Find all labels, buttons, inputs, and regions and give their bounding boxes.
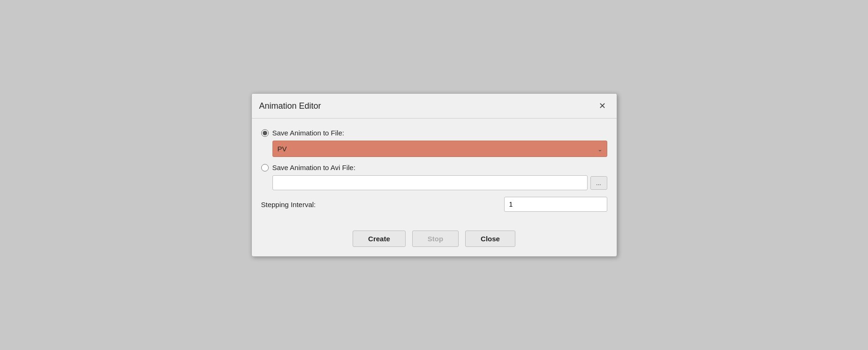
save-to-file-radio[interactable]	[261, 129, 269, 137]
dialog-title: Animation Editor	[259, 101, 321, 111]
save-to-avi-radio-row: Save Animation to Avi File:	[261, 164, 607, 171]
file-dropdown-wrapper: PV AVI MP4 ⌄	[272, 141, 607, 157]
save-to-avi-label[interactable]: Save Animation to Avi File:	[272, 164, 355, 171]
dialog-titlebar: Animation Editor ✕	[252, 94, 617, 116]
create-button[interactable]: Create	[353, 231, 406, 247]
save-to-file-radio-row: Save Animation to File:	[261, 129, 607, 137]
save-to-avi-section: Save Animation to Avi File: ...	[261, 164, 607, 190]
close-button[interactable]: Close	[465, 231, 515, 247]
file-type-dropdown[interactable]: PV AVI MP4	[272, 141, 607, 157]
stop-button[interactable]: Stop	[412, 231, 459, 247]
browse-button[interactable]: ...	[590, 176, 607, 190]
dialog-footer: Create Stop Close	[252, 223, 617, 256]
animation-editor-dialog: Animation Editor ✕ Save Animation to Fil…	[251, 93, 617, 257]
save-to-file-section: Save Animation to File: PV AVI MP4 ⌄	[261, 129, 607, 157]
avi-input-wrapper: ...	[272, 175, 607, 190]
stepping-interval-input[interactable]	[504, 197, 607, 212]
title-divider	[252, 118, 617, 119]
avi-file-input[interactable]	[272, 175, 588, 190]
save-to-file-label[interactable]: Save Animation to File:	[272, 129, 344, 137]
stepping-interval-label: Stepping Interval:	[261, 201, 316, 209]
close-icon-button[interactable]: ✕	[596, 99, 609, 112]
dialog-body: Save Animation to File: PV AVI MP4 ⌄ Sav…	[252, 123, 617, 223]
save-to-avi-radio[interactable]	[261, 164, 269, 171]
stepping-interval-row: Stepping Interval:	[261, 197, 607, 212]
